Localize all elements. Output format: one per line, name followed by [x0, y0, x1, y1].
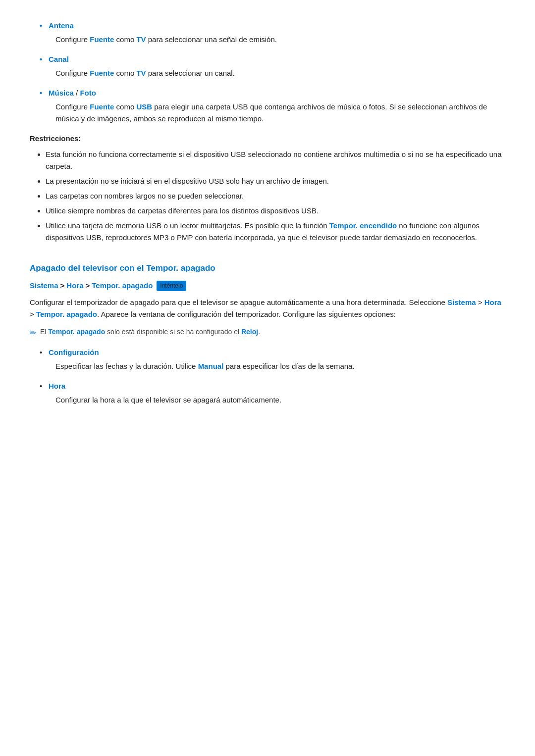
list-item: Utilice una tarjeta de memoria USB o un …: [46, 220, 505, 244]
fuente-link-usb[interactable]: Fuente: [90, 102, 114, 111]
antena-content: Configure Fuente como TV para selecciona…: [55, 34, 505, 46]
foto-link[interactable]: Foto: [80, 89, 96, 97]
apagado-sub-bullets: • Configuración Especificar las fechas y…: [30, 347, 505, 406]
list-item: Utilice siempre nombres de carpetas dife…: [46, 205, 505, 217]
pencil-icon: ✏: [30, 327, 36, 340]
note-reloj-link[interactable]: Reloj: [241, 328, 258, 336]
breadcrumb-sep-1: >: [60, 280, 65, 292]
intentelo-badge[interactable]: Inténtelo: [157, 281, 186, 291]
list-item: Esta función no funciona correctamente s…: [46, 149, 505, 172]
hora-content: Configurar la hora a la que el televisor…: [55, 394, 505, 406]
intro-sistema-link[interactable]: Sistema: [447, 298, 476, 306]
hora-link[interactable]: Hora: [49, 382, 65, 390]
canal-content: Configure Fuente como TV para selecciona…: [55, 67, 505, 79]
tv-link-antena[interactable]: TV: [136, 35, 146, 44]
manual-link[interactable]: Manual: [198, 362, 224, 370]
bullet-canal: • Canal Configure Fuente como TV para se…: [40, 53, 505, 79]
tv-link-canal[interactable]: TV: [136, 69, 146, 77]
bullet-musica-foto: • Música / Foto Configure Fuente como US…: [40, 87, 505, 125]
bullet-antena: • Antena Configure Fuente como TV para s…: [40, 20, 505, 46]
list-item: La presentación no se iniciará si en el …: [46, 175, 505, 187]
configuracion-content: Especificar las fechas y la duración. Ut…: [55, 360, 505, 372]
intro-tempor-link[interactable]: Tempor. apagado: [36, 310, 97, 318]
sub-bullet-configuracion: • Configuración Especificar las fechas y…: [40, 347, 505, 372]
musica-foto-content: Configure Fuente como USB para elegir un…: [55, 101, 505, 125]
note-text: El Tempor. apagado solo está disponible …: [40, 326, 260, 337]
tempor-encendido-link[interactable]: Tempor. encendido: [329, 221, 397, 230]
breadcrumb-tempor-apagado[interactable]: Tempor. apagado: [92, 280, 153, 292]
note-tempor-link[interactable]: Tempor. apagado: [48, 328, 105, 336]
fuente-link-antena[interactable]: Fuente: [90, 35, 114, 44]
top-bullets-section: • Antena Configure Fuente como TV para s…: [30, 20, 505, 125]
sub-bullet-hora: • Hora Configurar la hora a la que el te…: [40, 380, 505, 406]
list-item: Las carpetas con nombres largos no se pu…: [46, 190, 505, 202]
configuracion-link[interactable]: Configuración: [49, 348, 99, 356]
breadcrumb-sistema[interactable]: Sistema: [30, 280, 58, 292]
musica-link[interactable]: Música: [49, 89, 74, 97]
antena-link[interactable]: Antena: [49, 21, 74, 30]
breadcrumb-hora[interactable]: Hora: [66, 280, 83, 292]
apagado-note: ✏ El Tempor. apagado solo está disponibl…: [30, 326, 505, 340]
apagado-heading: Apagado del televisor con el Tempor. apa…: [30, 261, 505, 275]
restricciones-title: Restricciones:: [30, 133, 505, 145]
usb-link[interactable]: USB: [136, 102, 152, 111]
breadcrumb: Sistema > Hora > Tempor. apagado Inténte…: [30, 280, 505, 292]
breadcrumb-sep-2: >: [86, 280, 90, 292]
fuente-link-canal[interactable]: Fuente: [90, 69, 114, 77]
apagado-intro: Configurar el temporizador de apagado pa…: [30, 297, 505, 320]
intro-hora-link[interactable]: Hora: [484, 298, 501, 306]
apagado-section: Apagado del televisor con el Tempor. apa…: [30, 261, 505, 406]
restricciones-list: Esta función no funciona correctamente s…: [30, 149, 505, 244]
restricciones-section: Restricciones: Esta función no funciona …: [30, 133, 505, 244]
canal-link[interactable]: Canal: [49, 55, 69, 63]
